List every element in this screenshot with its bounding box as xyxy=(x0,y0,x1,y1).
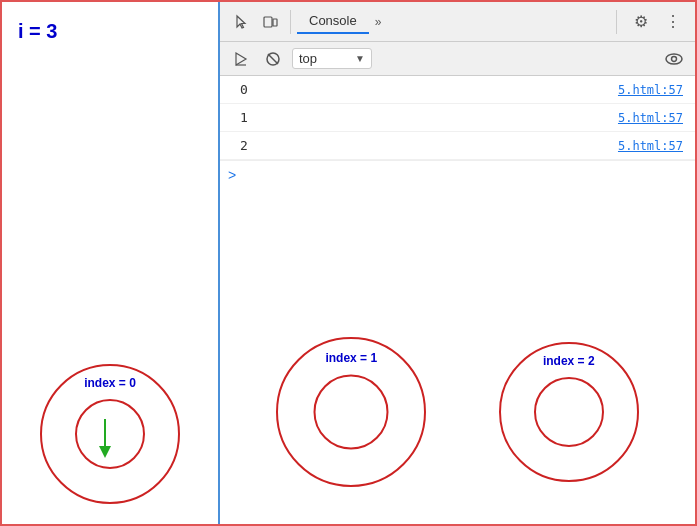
settings-icon[interactable]: ⚙ xyxy=(627,8,655,36)
devtools-circles-area: index = 1 index = 2 xyxy=(220,300,695,524)
console-link-1[interactable]: 5.html:57 xyxy=(618,111,683,125)
context-value: top xyxy=(299,51,317,66)
devtools-toolbar: Console » ⚙ ⋮ xyxy=(220,2,695,42)
circle-1-inner xyxy=(314,375,389,450)
more-tabs[interactable]: » xyxy=(369,15,388,29)
circle-2-container: index = 2 xyxy=(499,342,639,482)
circle-0-label: index = 0 xyxy=(84,376,136,390)
circle-2-inner xyxy=(534,377,604,447)
console-toolbar: top ▼ xyxy=(220,42,695,76)
console-row-0: 0 5.html:57 xyxy=(220,76,695,104)
main-container: i = 3 index = 0 xyxy=(0,0,697,526)
console-row-2: 2 5.html:57 xyxy=(220,132,695,160)
cursor-icon[interactable] xyxy=(228,8,256,36)
console-link-0[interactable]: 5.html:57 xyxy=(618,83,683,97)
svg-point-9 xyxy=(672,56,677,61)
context-dropdown[interactable]: top ▼ xyxy=(292,48,372,69)
prompt-arrow: > xyxy=(228,167,236,183)
toolbar-separator-1 xyxy=(290,10,291,34)
console-input[interactable] xyxy=(242,168,687,183)
clear-btn[interactable] xyxy=(260,46,286,72)
toolbar-right: ⚙ ⋮ xyxy=(610,8,687,36)
svg-marker-4 xyxy=(236,53,246,65)
circle-0-container: index = 0 xyxy=(40,364,180,504)
i-label: i = 3 xyxy=(18,20,57,43)
svg-line-7 xyxy=(268,54,278,64)
console-value-1: 1 xyxy=(240,110,248,125)
svg-rect-2 xyxy=(264,17,272,27)
device-toolbar-icon[interactable] xyxy=(256,8,284,36)
more-options-icon[interactable]: ⋮ xyxy=(659,8,687,36)
console-link-2[interactable]: 5.html:57 xyxy=(618,139,683,153)
page-panel: i = 3 index = 0 xyxy=(2,2,220,524)
devtools-panel: Console » ⚙ ⋮ to xyxy=(220,2,695,524)
circle-2-label: index = 2 xyxy=(543,354,595,368)
console-prompt-row: > xyxy=(220,160,695,189)
console-tab[interactable]: Console xyxy=(297,9,369,34)
console-row-1: 1 5.html:57 xyxy=(220,104,695,132)
console-output: 0 5.html:57 1 5.html:57 2 5.html:57 > xyxy=(220,76,695,300)
eye-btn[interactable] xyxy=(661,46,687,72)
dropdown-arrow: ▼ xyxy=(355,53,365,64)
console-value-0: 0 xyxy=(240,82,248,97)
toolbar-separator-2 xyxy=(616,10,617,34)
circle-1-label: index = 1 xyxy=(325,351,377,365)
console-value-2: 2 xyxy=(240,138,248,153)
circle-1-container: index = 1 xyxy=(276,337,426,487)
svg-point-8 xyxy=(666,54,682,64)
circle-0-arrow xyxy=(95,414,125,464)
circle-0-outer-wrapper: index = 0 xyxy=(40,364,180,504)
svg-rect-3 xyxy=(273,19,277,26)
execute-btn[interactable] xyxy=(228,46,254,72)
